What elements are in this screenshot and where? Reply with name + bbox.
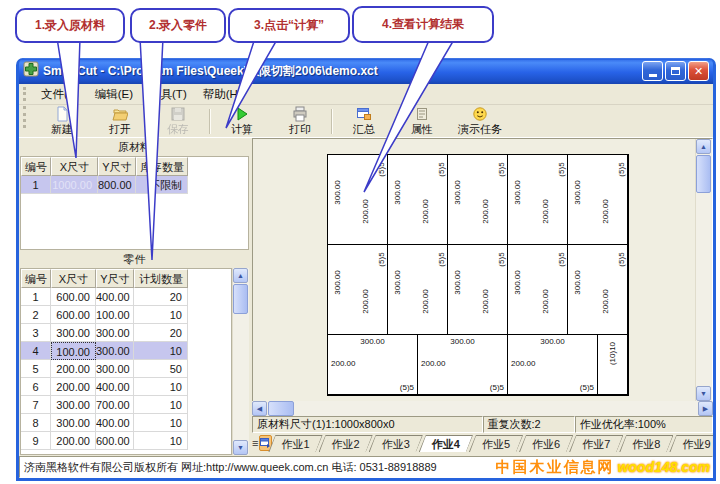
tab-作业4[interactable]: 作业4 — [419, 435, 473, 452]
table-header-cell[interactable]: 编号 — [21, 269, 51, 288]
table-cell[interactable]: 300.00 — [51, 396, 96, 414]
table-row[interactable]: 1600.00400.0020 — [21, 288, 231, 306]
table-cell[interactable]: 300.00 — [51, 324, 96, 342]
table-cell[interactable]: 不限制 — [136, 176, 188, 194]
table-cell[interactable]: 600.00 — [51, 288, 96, 306]
parts-scrollbar[interactable]: ▲ ▼ — [232, 268, 249, 455]
table-cell[interactable]: 200.00 — [51, 378, 96, 396]
scrollbar-thumb[interactable] — [696, 155, 711, 193]
layout-viewport[interactable]: 300.00200.00(5)5300.00200.00(5)5300.0020… — [252, 138, 713, 401]
tab-作业7[interactable]: 作业7 — [569, 435, 623, 452]
table-row[interactable]: 9200.00600.0010 — [21, 432, 231, 450]
scrollbar-thumb[interactable] — [268, 401, 294, 416]
title-bar[interactable]: SmartCut - C:\Program Files\Queek\极限切割20… — [19, 58, 713, 84]
table-cell[interactable]: 50 — [134, 360, 188, 378]
scroll-up-icon[interactable]: ▲ — [233, 268, 248, 283]
table-cell[interactable]: 600.00 — [51, 306, 96, 324]
materials-table[interactable]: 编号X尺寸Y尺寸库存数量11000.00800.00不限制 — [20, 156, 249, 250]
table-header-cell[interactable]: 编号 — [21, 157, 51, 176]
table-cell[interactable]: 600.00 — [96, 432, 134, 450]
table-row[interactable]: 2600.00100.0010 — [21, 306, 231, 324]
table-cell[interactable]: 10 — [134, 414, 188, 432]
table-cell[interactable]: 800.00 — [98, 176, 136, 194]
table-row[interactable]: 4100.00300.0010 — [21, 342, 231, 360]
table-row[interactable]: 11000.00800.00不限制 — [21, 176, 248, 194]
table-cell[interactable]: 10 — [134, 306, 188, 324]
table-cell[interactable]: 400.00 — [96, 288, 134, 306]
table-cell[interactable]: 10 — [134, 342, 188, 360]
table-header-cell[interactable]: X尺寸 — [51, 157, 98, 176]
menu-item-1[interactable]: 文件(F) — [33, 86, 87, 102]
table-row[interactable]: 5200.00300.0050 — [21, 360, 231, 378]
scroll-left-icon[interactable]: ◀ — [252, 401, 267, 416]
table-cell[interactable]: 300.00 — [96, 360, 134, 378]
menu-item-2[interactable]: 编辑(E) — [87, 86, 141, 102]
table-cell[interactable]: 9 — [21, 432, 51, 450]
toolbar-button-8[interactable]: 演示任务 — [451, 106, 509, 137]
table-cell[interactable]: 400.00 — [96, 414, 134, 432]
table-cell[interactable]: 7 — [21, 396, 51, 414]
table-cell[interactable]: 200.00 — [51, 360, 96, 378]
table-row[interactable]: 6200.00400.0010 — [21, 378, 231, 396]
parts-table[interactable]: 编号X尺寸Y尺寸计划数量1600.00400.00202600.00100.00… — [20, 268, 232, 455]
table-row[interactable]: 8300.00400.0010 — [21, 414, 231, 432]
tab-作业8[interactable]: 作业8 — [619, 435, 673, 452]
toolbar-button-1[interactable]: 新建 — [33, 106, 91, 137]
table-cell[interactable]: 20 — [134, 288, 188, 306]
table-cell[interactable]: 300.00 — [96, 324, 134, 342]
tab-作业2[interactable]: 作业2 — [319, 435, 373, 452]
toolbar-button-6[interactable]: 汇总 — [335, 106, 393, 137]
table-cell[interactable]: 10 — [134, 396, 188, 414]
toolbar-button-label: 属性 — [411, 122, 433, 137]
table-row[interactable]: 7300.00700.0010 — [21, 396, 231, 414]
tab-作业5[interactable]: 作业5 — [469, 435, 523, 452]
table-cell[interactable]: 100.00 — [96, 306, 134, 324]
scrollbar-thumb[interactable] — [233, 284, 248, 314]
table-cell[interactable]: 10 — [134, 378, 188, 396]
table-header-cell[interactable]: Y尺寸 — [96, 269, 134, 288]
table-cell[interactable]: 20 — [134, 324, 188, 342]
table-header-cell[interactable]: X尺寸 — [51, 269, 96, 288]
table-cell[interactable]: 1 — [21, 288, 51, 306]
tab-作业6[interactable]: 作业6 — [519, 435, 573, 452]
tab-list-button[interactable]: ≡ — [252, 435, 258, 451]
table-cell[interactable]: 300.00 — [51, 414, 96, 432]
tab-作业3[interactable]: 作业3 — [369, 435, 423, 452]
menu-item-3[interactable]: 工具(T) — [141, 86, 195, 102]
maximize-button[interactable] — [665, 61, 686, 81]
viewport-vscrollbar[interactable]: ▲ ▼ — [695, 139, 712, 401]
table-cell[interactable]: 1000.00 — [51, 176, 98, 194]
table-header-cell[interactable]: 计划数量 — [134, 269, 188, 288]
toolbar-button-7[interactable]: 属性 — [393, 106, 451, 137]
scroll-down-icon[interactable]: ▼ — [233, 440, 248, 455]
table-cell[interactable]: 10 — [134, 432, 188, 450]
scroll-right-icon[interactable]: ▶ — [698, 401, 713, 416]
table-header-cell[interactable]: Y尺寸 — [98, 157, 136, 176]
table-cell[interactable]: 4 — [21, 342, 51, 360]
table-cell[interactable]: 2 — [21, 306, 51, 324]
table-cell[interactable]: 200.00 — [51, 432, 96, 450]
table-cell[interactable]: 6 — [21, 378, 51, 396]
viewport-hscrollbar[interactable]: ◀ ▶ — [252, 401, 713, 416]
table-cell[interactable]: 8 — [21, 414, 51, 432]
scroll-down-icon[interactable]: ▼ — [696, 386, 711, 401]
toolbar-button-3[interactable]: 保存 — [149, 106, 207, 137]
toolbar-button-2[interactable]: 打开 — [91, 106, 149, 137]
menu-item-4[interactable]: 帮助(H) — [195, 86, 250, 102]
toolbar-button-5[interactable]: 打印 — [271, 106, 329, 137]
table-cell[interactable]: 100.00 — [51, 342, 96, 360]
minimize-button[interactable] — [642, 61, 663, 81]
close-button[interactable]: ✕ — [688, 61, 709, 81]
table-cell[interactable]: 300.00 — [96, 342, 134, 360]
table-cell[interactable]: 3 — [21, 324, 51, 342]
table-cell[interactable]: 5 — [21, 360, 51, 378]
table-cell[interactable]: 400.00 — [96, 378, 134, 396]
tab-作业1[interactable]: 作业1 — [268, 435, 322, 452]
table-row[interactable]: 3300.00300.0020 — [21, 324, 231, 342]
toolbar-button-4[interactable]: 计算 — [213, 106, 271, 137]
table-cell[interactable]: 700.00 — [96, 396, 134, 414]
table-cell[interactable]: 1 — [21, 176, 51, 194]
table-header-cell[interactable]: 库存数量 — [136, 157, 188, 176]
scroll-up-icon[interactable]: ▲ — [696, 139, 711, 154]
tab-作业9[interactable]: 作业9 — [669, 435, 713, 452]
